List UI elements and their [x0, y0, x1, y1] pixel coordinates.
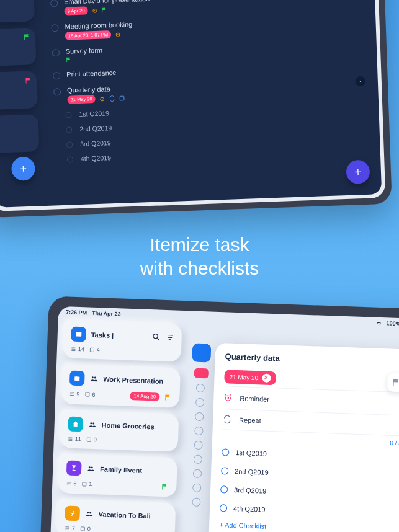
- users-icon: [84, 510, 93, 518]
- svg-rect-11: [86, 392, 89, 396]
- project-card[interactable]: Home Groceries 110: [60, 410, 179, 452]
- svg-rect-6: [76, 332, 81, 336]
- svg-rect-20: [81, 526, 84, 530]
- checkbox-icon[interactable]: [51, 24, 58, 32]
- briefcase-icon: [69, 371, 85, 386]
- checkbox-icon[interactable]: [65, 112, 71, 118]
- flag-icon: [164, 393, 172, 401]
- checklist-label: 1st Q2019: [235, 449, 267, 458]
- status-battery: 100%: [387, 320, 399, 327]
- flag-icon: [101, 7, 107, 13]
- date-badge: 9 Apr 20: [64, 6, 87, 15]
- checklist-label: 2nd Q2019: [235, 468, 269, 476]
- date-badge: 21 May 20: [67, 95, 95, 104]
- project-card[interactable]: Work Presentation 9614 Aug 20: [61, 364, 181, 408]
- svg-point-18: [87, 512, 89, 513]
- modal-date-pill[interactable]: 21 May 20✕: [224, 370, 276, 385]
- project-name: Vacation To Bali: [98, 510, 151, 520]
- accent-box: [192, 343, 211, 362]
- top-tablet-frame: Simplify layout Email David for presenta…: [0, 0, 392, 218]
- checkbox-icon[interactable]: [66, 141, 73, 148]
- project-list: Tasks | 14 4 Work Presentation 9614 Aug …: [55, 320, 182, 532]
- note-icon: [119, 95, 125, 101]
- svg-point-10: [94, 376, 96, 378]
- flag-icon: [66, 56, 72, 63]
- users-icon: [88, 421, 97, 428]
- svg-point-12: [90, 422, 92, 424]
- svg-point-13: [92, 422, 94, 424]
- alarm-icon: [223, 393, 233, 402]
- wifi-icon: [375, 320, 383, 326]
- status-time: 7:26 PM: [66, 309, 87, 316]
- checkbox-icon[interactable]: [222, 448, 229, 456]
- checkbox-icon[interactable]: [52, 49, 60, 56]
- alarm-icon: [115, 31, 121, 37]
- top-tablet-bezel: Simplify layout Email David for presenta…: [0, 0, 385, 211]
- stat-tasks: 14: [71, 346, 84, 353]
- stat-done: 4: [89, 347, 100, 353]
- modal-title: Quarterly data: [225, 352, 399, 368]
- checkbox-icon[interactable]: [220, 485, 228, 493]
- flag-icon: [23, 33, 32, 42]
- svg-rect-17: [83, 482, 86, 485]
- svg-point-9: [92, 376, 94, 378]
- project-name: Family Event: [100, 465, 142, 474]
- svg-rect-3: [120, 96, 124, 100]
- project-card[interactable]: Family Event 61: [58, 454, 177, 497]
- bottom-tablet-frame: 7:26 PMThu Apr 23 100% Tasks |: [38, 296, 399, 532]
- svg-rect-8: [90, 348, 94, 352]
- project-name: Work Presentation: [103, 375, 163, 384]
- bg-date-badge: [194, 368, 209, 379]
- alarm-icon: [99, 95, 105, 102]
- status-date: Thu Apr 23: [92, 310, 121, 317]
- home-icon: [68, 417, 83, 432]
- sidebar-card[interactable]: [0, 27, 37, 67]
- add-fab-button[interactable]: [11, 157, 35, 181]
- marketing-headline: Itemize task with checklists: [0, 233, 399, 280]
- svg-point-7: [153, 334, 158, 339]
- checkbox-icon[interactable]: [220, 504, 227, 512]
- checklist-label: 4th Q2019: [233, 505, 266, 513]
- svg-point-15: [89, 466, 91, 468]
- top-task-list: Simplify layout Email David for presenta…: [50, 0, 372, 199]
- project-card[interactable]: Vacation To Bali 70: [56, 499, 176, 532]
- repeat-icon: [109, 95, 115, 101]
- users-icon: [89, 375, 98, 383]
- sort-icon[interactable]: [165, 333, 174, 342]
- project-card-header[interactable]: Tasks | 14 4: [63, 320, 182, 362]
- sidebar-card[interactable]: [0, 71, 38, 110]
- checkbox-icon[interactable]: [66, 126, 72, 133]
- date-badge: 14 Aug 20: [130, 392, 159, 401]
- sidebar-card[interactable]: [0, 0, 35, 24]
- subtask-list: 1st Q2019 2nd Q2019 3rd Q2019 4th Q2019: [54, 97, 370, 168]
- clear-date-icon[interactable]: ✕: [262, 373, 271, 382]
- bottom-tablet-screen: 7:26 PMThu Apr 23 100% Tasks |: [48, 306, 399, 532]
- svg-point-19: [89, 512, 91, 513]
- date-badge: 16 Apr 20, 1:07 PM: [65, 30, 112, 40]
- project-name: Tasks |: [91, 331, 114, 339]
- repeat-icon: [223, 415, 233, 424]
- headline-line2: with checklists: [0, 257, 399, 280]
- checklist-label: 3rd Q2019: [234, 486, 266, 495]
- top-sidebar: [0, 0, 50, 208]
- flag-button[interactable]: [387, 373, 399, 392]
- glass-icon: [66, 460, 82, 476]
- plane-icon: [65, 505, 80, 521]
- search-icon[interactable]: [151, 332, 160, 341]
- headline-line1: Itemize task: [0, 233, 399, 257]
- svg-point-16: [91, 466, 93, 468]
- tasks-icon: [71, 327, 86, 342]
- checkbox-icon[interactable]: [50, 0, 58, 7]
- reminder-label: Reminder: [240, 394, 269, 403]
- checkbox-icon[interactable]: [221, 467, 228, 474]
- checkbox-icon[interactable]: [67, 156, 73, 162]
- checkbox-icon[interactable]: [53, 88, 61, 95]
- svg-rect-14: [87, 438, 91, 441]
- checkbox-icon[interactable]: [53, 72, 60, 79]
- alarm-icon: [91, 7, 97, 13]
- top-tablet-screen: Simplify layout Email David for presenta…: [0, 0, 382, 208]
- task-detail-modal: Quarterly data 21 May 20✕ Reminder Repea…: [207, 343, 399, 532]
- flag-icon: [24, 76, 33, 85]
- sidebar-card[interactable]: [0, 114, 39, 154]
- project-name: Home Groceries: [101, 421, 154, 430]
